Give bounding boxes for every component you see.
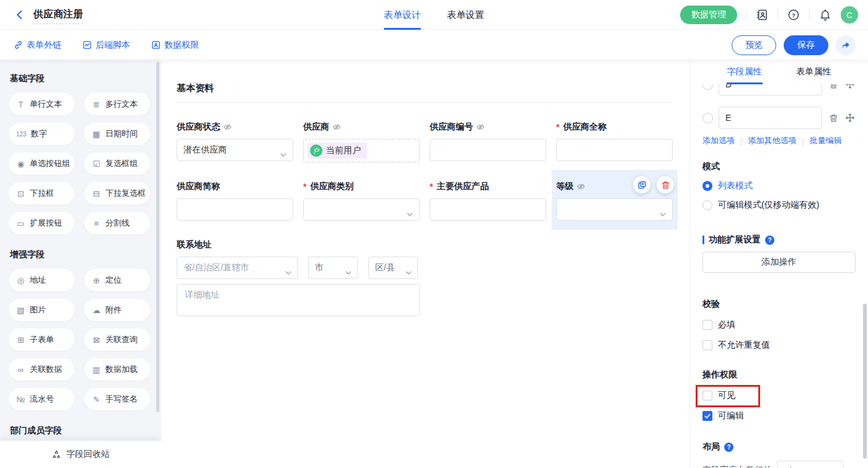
field-supplier-category[interactable]: *供应商类别 xyxy=(303,181,420,221)
sidebar-item-divider-line[interactable]: ≡分割线 xyxy=(84,212,150,234)
city-select[interactable]: 市 xyxy=(308,257,358,279)
tab-form-settings[interactable]: 表单设置 xyxy=(447,0,484,30)
panel-tabs: 字段属性 表单属性 xyxy=(690,60,868,84)
field-grade-selected[interactable]: 等级 xyxy=(552,170,678,230)
tab-form-properties[interactable]: 表单属性 xyxy=(797,60,831,84)
data-manage-button[interactable]: 数据管理 xyxy=(680,6,737,24)
editable-checkbox[interactable]: 可编辑 xyxy=(702,410,856,422)
preview-button[interactable]: 预览 xyxy=(732,35,776,55)
option-radio[interactable] xyxy=(702,113,713,123)
no-duplicate-checkbox[interactable]: 不允许重复值 xyxy=(702,340,856,351)
bell-icon[interactable] xyxy=(818,8,832,22)
supplier-user-box[interactable]: 户 当前用户 xyxy=(303,139,420,162)
supplier-status-select[interactable]: 潜在供应商 xyxy=(177,139,293,161)
detail-address-textarea[interactable] xyxy=(177,284,420,316)
supplier-category-select[interactable] xyxy=(303,198,420,221)
field-main-products[interactable]: *主要供应产品 xyxy=(430,181,546,221)
delete-option-button[interactable] xyxy=(828,112,839,123)
share-button[interactable] xyxy=(836,35,856,55)
help-icon[interactable]: ? xyxy=(787,8,800,22)
sidebar-item-radio-group[interactable]: ◉单选按钮组 xyxy=(9,152,74,175)
field-supplier-status[interactable]: 供应商状态 潜在供应商 xyxy=(177,121,293,162)
visible-checkbox[interactable]: 可见 xyxy=(702,390,856,401)
address-book-icon[interactable] xyxy=(755,8,769,22)
mode-editable-radio[interactable]: 可编辑模式(仅移动端有效) xyxy=(702,200,856,211)
field-label-text: 等级 xyxy=(556,181,574,192)
sidebar-item-location[interactable]: ⊕定位 xyxy=(84,269,150,291)
canvas-section-title[interactable]: 基本资料 xyxy=(177,82,673,94)
sidebar-item-number[interactable]: 123数字 xyxy=(9,123,74,145)
backend-script-link[interactable]: 后端脚本 xyxy=(82,40,130,51)
panel-scrollbar[interactable] xyxy=(863,304,867,459)
option-value-input[interactable] xyxy=(719,107,822,129)
sidebar-item-subform[interactable]: ⊞子表单 xyxy=(9,329,74,351)
batch-edit-link[interactable]: 批量编辑 xyxy=(810,135,842,146)
sidebar-item-checkbox-group[interactable]: ☑复选框组 xyxy=(84,152,150,175)
sidebar-item-multi-line-text[interactable]: ≣多行文本 xyxy=(84,93,150,115)
supplier-fullname-input[interactable] xyxy=(556,139,673,161)
select-value: 潜在供应商 xyxy=(184,144,227,156)
add-other-option-link[interactable]: 添加其他选项 xyxy=(748,135,796,146)
sidebar-item-label: 下拉复选框 xyxy=(105,188,146,199)
option-radio[interactable] xyxy=(702,84,713,90)
required-checkbox[interactable]: 必填 xyxy=(702,319,856,330)
drag-option-handle[interactable] xyxy=(844,84,856,90)
main-products-input[interactable] xyxy=(430,198,546,221)
sidebar-item-lookup-query[interactable]: ⊠关联查询 xyxy=(84,329,150,351)
field-width-select[interactable]: 1/4 xyxy=(777,461,844,467)
sidebar-scrollbar[interactable] xyxy=(156,62,159,412)
section-title-text: 功能扩展设置 xyxy=(709,234,761,245)
sidebar-item-data-load[interactable]: ▥数据加载 xyxy=(84,358,150,381)
add-option-link[interactable]: 添加选项 xyxy=(702,135,735,146)
user-avatar[interactable]: C xyxy=(841,6,858,24)
field-recycle-bin[interactable]: 字段回收站 xyxy=(0,441,161,468)
tab-field-properties[interactable]: 字段属性 xyxy=(727,60,762,84)
drag-option-handle[interactable] xyxy=(844,112,856,123)
field-supplier-code[interactable]: 供应商编号 xyxy=(430,121,546,162)
divider xyxy=(746,10,746,20)
tab-form-design[interactable]: 表单设计 xyxy=(384,0,421,30)
field-contact-address[interactable]: 联系地址 省/自治区/直辖市 市 区/县 xyxy=(177,239,673,319)
form-external-link[interactable]: 表单外链 xyxy=(14,40,61,51)
hidden-eye-icon xyxy=(476,123,485,131)
extension-section-title: 功能扩展设置 xyxy=(702,234,856,245)
sidebar-item-address[interactable]: ◎地址 xyxy=(9,269,74,291)
district-select[interactable]: 区/县 xyxy=(368,257,418,279)
radio-label: 可编辑模式(仅移动端有效) xyxy=(718,200,819,211)
mode-list-radio[interactable]: 列表模式 xyxy=(702,180,856,192)
delete-field-button[interactable] xyxy=(657,176,674,193)
help-badge-icon[interactable] xyxy=(724,443,733,452)
option-value-input[interactable] xyxy=(719,84,822,95)
sidebar-item-attachment[interactable]: ☁附件 xyxy=(84,299,150,321)
checkbox-group-icon: ☑ xyxy=(92,159,101,169)
grade-select[interactable] xyxy=(556,198,673,221)
delete-option-button[interactable] xyxy=(828,84,839,90)
add-operation-button[interactable]: 添加操作 xyxy=(702,252,856,273)
save-button[interactable]: 保存 xyxy=(784,35,828,55)
toolbar-link-label: 后端脚本 xyxy=(95,40,130,51)
field-supplier-shortname[interactable]: 供应商简称 xyxy=(177,181,293,221)
sidebar-item-dropdown[interactable]: ⊡下拉框 xyxy=(9,182,74,205)
current-user-tag[interactable]: 户 当前用户 xyxy=(308,143,367,159)
sidebar-item-extension-button[interactable]: ▭扩展按钮 xyxy=(9,212,74,234)
sidebar-item-single-line-text[interactable]: T单行文本 xyxy=(9,93,74,115)
sidebar-item-image[interactable]: ▧图片 xyxy=(9,299,74,321)
supplier-shortname-input[interactable] xyxy=(177,198,293,221)
field-supplier[interactable]: 供应商 户 当前用户 xyxy=(303,121,420,162)
sidebar-item-dropdown-multi[interactable]: ⊟下拉复选框 xyxy=(84,182,150,205)
sidebar-item-label: 关联数据 xyxy=(30,364,62,375)
field-supplier-fullname[interactable]: *供应商全称 xyxy=(556,121,673,162)
sidebar-item-datetime[interactable]: ▦日期时间 xyxy=(84,123,150,145)
field-label-text: 供应商类别 xyxy=(310,181,353,192)
duplicate-field-button[interactable] xyxy=(633,176,650,193)
supplier-code-input[interactable] xyxy=(430,139,546,161)
sidebar-item-serial-number[interactable]: №流水号 xyxy=(9,388,74,410)
sidebar-item-linked-data[interactable]: ∞关联数据 xyxy=(9,358,74,381)
province-select[interactable]: 省/自治区/直辖市 xyxy=(177,257,298,279)
sidebar-item-signature[interactable]: ✎手写签名 xyxy=(84,388,150,410)
data-permission-link[interactable]: 数据权限 xyxy=(151,40,199,51)
help-badge-icon[interactable] xyxy=(765,236,774,245)
select-placeholder: 市 xyxy=(315,262,324,273)
link-icon xyxy=(14,40,23,50)
sidebar-item-label: 定位 xyxy=(105,275,122,286)
